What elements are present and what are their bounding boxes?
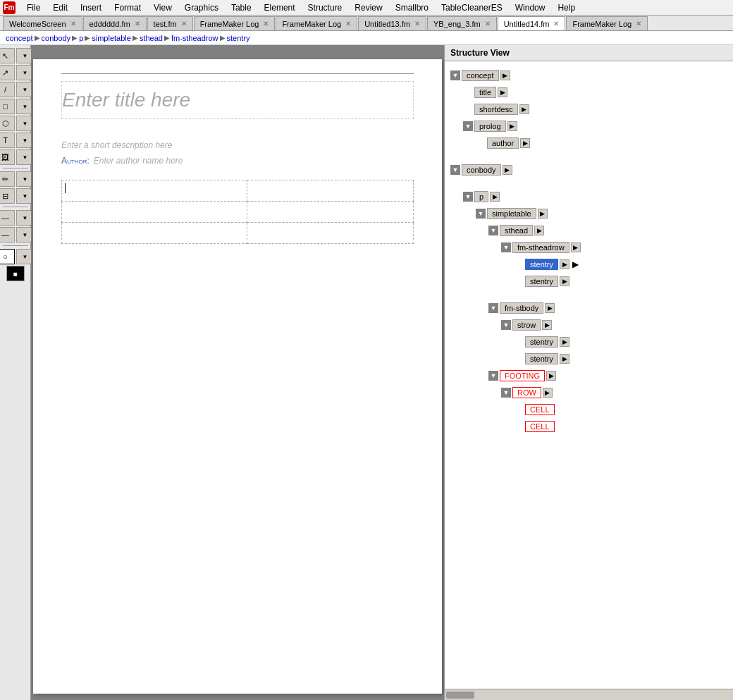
fill-color[interactable]: ■ <box>6 266 25 281</box>
node-arrow-shortdesc[interactable]: ▶ <box>519 104 529 114</box>
node-label-CELL2[interactable]: CELL <box>525 421 555 432</box>
node-label-title[interactable]: title <box>474 87 496 98</box>
image-tool[interactable]: 🖼 <box>0 149 15 165</box>
node-label-author[interactable]: author <box>487 137 519 149</box>
expand-icon-FOOTING[interactable]: ▼ <box>488 371 498 381</box>
rect-tool[interactable]: □ <box>0 99 15 114</box>
table-cell-body-2-1[interactable] <box>62 223 247 244</box>
tree-node-fm-stbody[interactable]: ▼fm-stbody▶ <box>448 300 730 317</box>
node-label-stentry4[interactable]: stentry <box>525 353 558 364</box>
tab-test[interactable]: test.fm ✕ <box>147 16 193 30</box>
menu-format[interactable]: Format <box>109 1 147 14</box>
node-label-ROW[interactable]: ROW <box>512 387 541 398</box>
tab-close-edddddd[interactable]: ✕ <box>135 20 140 27</box>
tab-close-fmlog1[interactable]: ✕ <box>263 20 269 27</box>
expand-icon-p[interactable]: ▼ <box>463 192 473 202</box>
scrollbar-thumb[interactable] <box>446 692 474 699</box>
tree-node-p[interactable]: ▼p▶ <box>448 188 730 205</box>
line-tool[interactable]: / <box>0 82 15 97</box>
menu-review[interactable]: Review <box>349 1 388 14</box>
node-label-p[interactable]: p <box>474 191 488 202</box>
table-cell-header-2[interactable] <box>247 180 413 202</box>
breadcrumb-fm-stheadrow[interactable]: fm-stheadrow <box>171 34 218 42</box>
table-cell-body-1-1[interactable] <box>62 202 247 223</box>
expand-icon-strow[interactable]: ▼ <box>501 320 511 330</box>
node-label-shortdesc[interactable]: shortdesc <box>474 104 518 115</box>
tree-node-sthead[interactable]: ▼sthead▶ <box>448 222 730 239</box>
node-arrow-author[interactable]: ▶ <box>520 138 530 148</box>
shortdesc-placeholder[interactable]: Enter a short description here <box>61 140 414 150</box>
title-placeholder[interactable]: Enter title here <box>61 81 414 119</box>
node-label-conbody[interactable]: conbody <box>462 164 501 176</box>
tree-node-CELL2[interactable]: CELL <box>448 418 730 435</box>
expand-icon-sthead[interactable]: ▼ <box>488 226 498 235</box>
node-label-fm-stbody[interactable]: fm-stbody <box>500 302 543 314</box>
node-label-CELL1[interactable]: CELL <box>525 404 555 415</box>
document-area[interactable]: Enter title here Enter a short descripti… <box>31 45 444 700</box>
tab-untitled14[interactable]: Untitled14.fm ✕ <box>498 16 566 30</box>
node-arrow-prolog[interactable]: ▶ <box>507 121 517 131</box>
node-arrow-FOOTING[interactable]: ▶ <box>546 371 556 381</box>
table-cell-body-1-2[interactable] <box>247 202 413 223</box>
tree-node-concept[interactable]: ▼concept▶ <box>448 67 730 84</box>
tree-node-conbody[interactable]: ▼conbody▶ <box>448 161 730 178</box>
color-tool[interactable]: ○ <box>0 249 15 264</box>
table-cell-body-2-2[interactable] <box>247 223 413 244</box>
tab-framemakerlog2[interactable]: FrameMaker Log ✕ <box>276 16 357 30</box>
expand-icon-fm-stheadrow[interactable]: ▼ <box>501 242 511 252</box>
tab-framemakerlog3[interactable]: FrameMaker Log ✕ <box>566 16 648 30</box>
tab-untitled13[interactable]: Untitled13.fm ✕ <box>358 16 426 30</box>
tree-node-simpletable[interactable]: ▼simpletable▶ <box>448 205 730 222</box>
node-label-fm-stheadrow[interactable]: fm-stheadrow <box>512 242 569 253</box>
expand-icon-fm-stbody[interactable]: ▼ <box>488 303 498 313</box>
breadcrumb-concept[interactable]: concept <box>6 34 33 42</box>
node-label-sthead[interactable]: sthead <box>500 225 533 236</box>
tab-close-test[interactable]: ✕ <box>181 20 187 27</box>
table-cell-header-1[interactable] <box>62 180 247 202</box>
tree-node-prolog[interactable]: ▼prolog▶ <box>448 118 730 135</box>
menu-help[interactable]: Help <box>552 1 581 14</box>
tab-welcomescreen[interactable]: WelcomeScreen ✕ <box>3 16 82 30</box>
node-arrow-fm-stheadrow[interactable]: ▶ <box>571 242 581 252</box>
tree-node-stentry1[interactable]: stentry▶▶ <box>448 256 730 273</box>
tree-node-title[interactable]: title▶ <box>448 84 730 101</box>
menu-insert[interactable]: Insert <box>75 1 107 14</box>
node-arrow-stentry3[interactable]: ▶ <box>560 337 569 347</box>
node-label-strow[interactable]: strow <box>512 319 541 331</box>
menu-table[interactable]: Table <box>226 1 257 14</box>
tree-node-stentry2[interactable]: stentry▶ <box>448 273 730 290</box>
breadcrumb-p[interactable]: p <box>79 34 83 42</box>
tree-node-fm-stheadrow[interactable]: ▼fm-stheadrow▶ <box>448 239 730 256</box>
node-arrow-simpletable[interactable]: ▶ <box>538 209 548 219</box>
tree-node-CELL1[interactable]: CELL <box>448 401 730 418</box>
expand-icon-ROW[interactable]: ▼ <box>501 388 511 398</box>
structure-content[interactable]: ▼concept▶title▶shortdesc▶▼prolog▶author▶… <box>445 61 733 689</box>
menu-structure[interactable]: Structure <box>302 1 348 14</box>
tree-node-strow[interactable]: ▼strow▶ <box>448 317 730 333</box>
tab-ybeng3[interactable]: YB_eng_3.fm ✕ <box>427 16 497 30</box>
tree-node-shortdesc[interactable]: shortdesc▶ <box>448 101 730 118</box>
arrow-tool[interactable]: ↗ <box>0 65 15 80</box>
node-arrow-sthead[interactable]: ▶ <box>534 226 544 235</box>
tree-node-ROW[interactable]: ▼ROW▶ <box>448 384 730 401</box>
node-arrow-stentry4[interactable]: ▶ <box>560 354 569 364</box>
expand-icon-simpletable[interactable]: ▼ <box>476 209 486 219</box>
breadcrumb-simpletable[interactable]: simpletable <box>92 34 131 42</box>
expand-icon-conbody[interactable]: ▼ <box>450 165 460 175</box>
breadcrumb-stentry[interactable]: stentry <box>227 34 250 42</box>
node-arrow-stentry2[interactable]: ▶ <box>560 276 569 286</box>
document-table[interactable] <box>61 180 414 244</box>
menu-view[interactable]: View <box>148 1 178 14</box>
tab-close-fmlog3[interactable]: ✕ <box>636 20 641 27</box>
eraser-tool[interactable]: ⊟ <box>0 188 15 204</box>
tab-framemakerlog1[interactable]: FrameMaker Log ✕ <box>194 16 276 30</box>
tab-close-untitled13[interactable]: ✕ <box>414 20 420 27</box>
node-arrow-p[interactable]: ▶ <box>490 192 500 202</box>
menu-element[interactable]: Element <box>259 1 301 14</box>
node-label-FOOTING[interactable]: FOOTING <box>500 370 545 381</box>
expand-icon-prolog[interactable]: ▼ <box>463 121 473 131</box>
tab-edddddd[interactable]: edddddd.fm ✕ <box>83 16 147 30</box>
structure-scrollbar[interactable] <box>445 689 733 700</box>
node-arrow-fm-stbody[interactable]: ▶ <box>545 303 555 313</box>
tree-node-stentry4[interactable]: stentry▶ <box>448 350 730 367</box>
